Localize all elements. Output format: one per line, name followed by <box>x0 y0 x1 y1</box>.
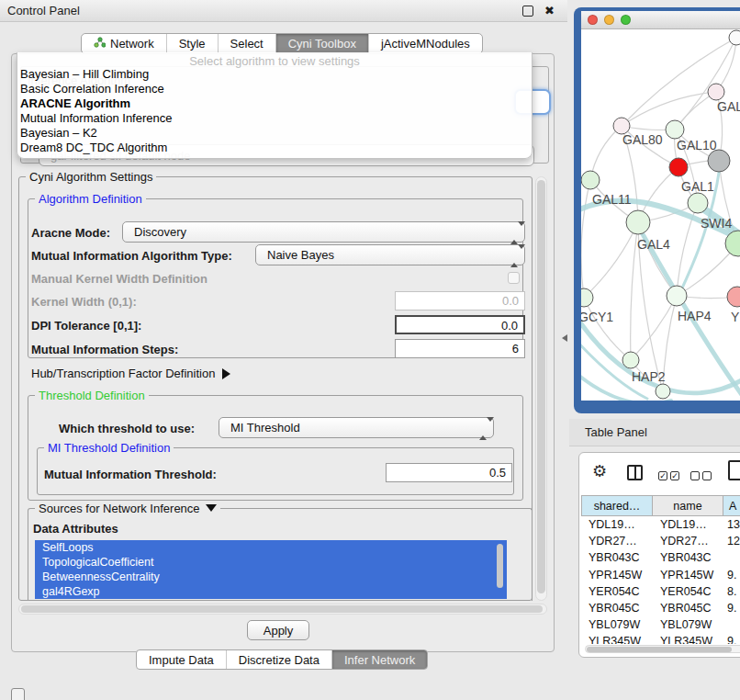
network-edge[interactable] <box>675 38 736 130</box>
network-view-window[interactable]: GALGAL80GAL10GAL1SWI4GAL11GAL4GCY1HAP4YH… <box>574 7 740 413</box>
node-label: GAL4 <box>637 237 670 252</box>
network-node[interactable] <box>656 384 670 399</box>
deselect-all-checkbox-icon[interactable] <box>702 471 712 480</box>
export-table-icon[interactable] <box>728 460 740 480</box>
table-row[interactable]: YBR045CYBR045C9. <box>581 600 740 616</box>
table-horizontal-scrollbar[interactable] <box>585 645 740 653</box>
settings-horizontal-scrollbar[interactable] <box>18 604 547 615</box>
node-label: HAP4 <box>678 309 712 323</box>
network-node[interactable] <box>666 120 684 139</box>
kernel-width-field[interactable]: 0.0 <box>395 291 525 310</box>
node-label: GAL80 <box>622 132 663 147</box>
combo-stepper-icon <box>510 226 518 240</box>
tab-network-label: Network <box>110 37 154 51</box>
network-canvas[interactable]: GALGAL80GAL10GAL1SWI4GAL11GAL4GCY1HAP4YH… <box>581 29 740 401</box>
network-graph[interactable]: GALGAL80GAL10GAL1SWI4GAL11GAL4GCY1HAP4YH… <box>581 29 740 401</box>
attribute-list-item[interactable]: gal4RGexp <box>35 584 507 599</box>
network-window-titlebar[interactable] <box>581 11 740 29</box>
select-all-checkbox-icon[interactable]: ✓ <box>658 471 667 480</box>
algorithm-dropdown-item[interactable]: Basic Correlation Inference <box>17 82 532 96</box>
expander-arrow-icon <box>222 368 230 379</box>
control-panel-tabbar: Network Style Select Cyni Toolbox jActiv… <box>81 33 483 54</box>
attribute-list-item[interactable]: TopologicalCoefficient <box>35 555 507 570</box>
zoom-traffic-light-icon[interactable] <box>621 15 631 25</box>
tab-select[interactable]: Select <box>219 34 276 53</box>
attribute-list-item[interactable]: BetweennessCentrality <box>35 570 507 584</box>
tab-infer-network[interactable]: Infer Network <box>332 650 427 669</box>
table-row[interactable]: YDL19…YDL19…13 <box>581 516 740 533</box>
float-panel-icon[interactable] <box>11 688 25 700</box>
tab-impute-data[interactable]: Impute Data <box>137 650 227 669</box>
table-cell: 13 <box>723 518 740 531</box>
algorithm-dropdown-item[interactable]: Bayesian – K2 <box>17 126 532 141</box>
tab-jactivemnodules[interactable]: jActiveMNodules <box>369 34 482 53</box>
table-cell: YBR045C <box>653 602 723 615</box>
mi-steps-field[interactable]: 6 <box>395 339 525 358</box>
table-panel-card: ⚙ ✓ ✓ shared… name A YDL19…YDL19…13YDR27… <box>578 452 740 658</box>
network-node[interactable] <box>727 287 740 307</box>
network-node[interactable] <box>622 352 639 368</box>
mi-threshold-field[interactable]: 0.5 <box>386 463 512 482</box>
settings-vertical-scrollbar[interactable] <box>535 176 547 601</box>
table-row[interactable]: YBL079WYBL079W <box>581 616 740 633</box>
network-node[interactable] <box>729 30 740 45</box>
tab-style[interactable]: Style <box>167 34 219 53</box>
splitter-collapse-arrow[interactable] <box>562 334 567 342</box>
attributes-scrollbar-thumb[interactable] <box>497 544 503 588</box>
network-node[interactable] <box>688 193 708 213</box>
vertical-scrollbar-thumb[interactable] <box>537 180 545 593</box>
network-edge[interactable] <box>581 180 590 298</box>
minimize-traffic-light-icon[interactable] <box>604 15 614 25</box>
table-hscrollbar-thumb[interactable] <box>587 647 732 653</box>
network-node[interactable] <box>669 158 688 176</box>
node-label: GAL10 <box>677 138 717 152</box>
network-node[interactable] <box>708 150 730 172</box>
float-window-icon[interactable] <box>522 6 533 17</box>
sources-legend[interactable]: Sources for Network Inference <box>35 502 220 515</box>
tab-cyni-toolbox[interactable]: Cyni Toolbox <box>276 34 369 53</box>
table-row[interactable]: YER054CYER054C8. <box>581 583 740 600</box>
node-label: GAL11 <box>592 192 632 207</box>
column-header-shared-name[interactable]: shared… <box>581 495 653 516</box>
deselect-all-checkbox-icon[interactable] <box>690 471 700 480</box>
hub-definition-label: Hub/Transcription Factor Definition <box>31 367 215 380</box>
apply-button[interactable]: Apply <box>247 620 309 640</box>
split-columns-icon[interactable] <box>627 465 643 480</box>
aracne-mode-combobox[interactable]: Discovery <box>122 221 525 243</box>
aracne-mode-label: Aracne Mode: <box>31 226 110 240</box>
attribute-list-item[interactable]: SelfLoops <box>35 540 507 555</box>
network-edge[interactable] <box>584 298 631 360</box>
dpi-tolerance-field[interactable]: 0.0 <box>395 315 525 334</box>
hub-definition-expander[interactable]: Hub/Transcription Factor Definition <box>31 367 230 380</box>
close-icon[interactable]: ✖ <box>544 4 555 17</box>
gear-icon[interactable]: ⚙ <box>592 461 607 481</box>
network-edge[interactable] <box>622 92 716 126</box>
table-row[interactable]: YLR345WYLR345W9. <box>581 633 740 644</box>
horizontal-scrollbar-thumb[interactable] <box>21 605 543 613</box>
close-traffic-light-icon[interactable] <box>588 15 598 25</box>
tab-network[interactable]: Network <box>82 34 167 53</box>
network-node[interactable] <box>581 171 600 189</box>
select-all-checkbox-icon[interactable]: ✓ <box>670 471 679 480</box>
column-header-name[interactable]: name <box>653 495 723 516</box>
algorithm-dropdown-item[interactable]: Mutual Information Inference <box>17 111 532 126</box>
table-row[interactable]: YPR145WYPR145W9. <box>581 567 740 583</box>
algorithm-dropdown-item[interactable]: Dream8 DC_TDC Algorithm <box>17 141 532 155</box>
bottom-tabbar: Impute Data Discretize Data Infer Networ… <box>136 649 428 670</box>
table-row[interactable]: YBR043CYBR043C <box>581 549 740 566</box>
manual-kernel-width-checkbox[interactable] <box>508 272 520 284</box>
network-node[interactable] <box>667 286 687 306</box>
column-header-third[interactable]: A <box>723 495 740 516</box>
network-node[interactable] <box>708 84 724 100</box>
algorithm-dropdown-item[interactable]: Bayesian – Hill Climbing <box>17 67 532 82</box>
algorithm-dropdown-item[interactable]: ARACNE Algorithm <box>17 96 532 111</box>
network-edge[interactable] <box>584 222 638 298</box>
tab-discretize-data[interactable]: Discretize Data <box>227 650 332 669</box>
data-attributes-list[interactable]: SelfLoopsTopologicalCoefficientBetweenne… <box>35 540 507 599</box>
table-cell: YER054C <box>653 585 723 598</box>
cyni-settings-legend: Cyni Algorithm Settings <box>26 170 156 184</box>
network-node[interactable] <box>626 210 650 234</box>
mi-algorithm-type-combobox[interactable]: Naive Bayes <box>255 244 525 265</box>
which-threshold-combobox[interactable]: MI Threshold <box>219 417 494 438</box>
table-row[interactable]: YDR27…YDR27…12 <box>581 533 740 549</box>
